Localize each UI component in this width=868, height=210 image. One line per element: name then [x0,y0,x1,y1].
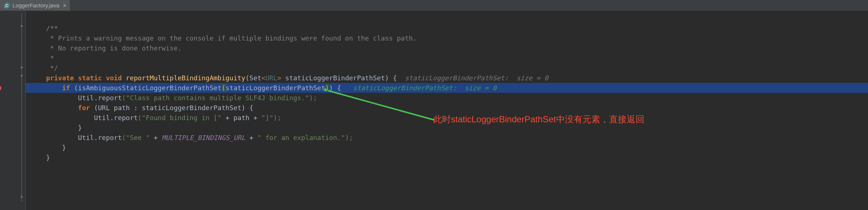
operator: + [245,134,257,141]
java-class-icon: C [4,2,10,9]
operator: + [154,134,162,141]
breakpoint-icon[interactable] [0,83,7,93]
keyword: static [78,74,106,82]
method-call: report [98,94,122,102]
operator: + [225,114,234,122]
code-line: private static void reportMultipleBindin… [26,73,868,83]
identifier: Util. [30,94,98,102]
identifier: staticLoggerBinderPathSet [225,84,325,92]
operator: + [253,114,262,122]
code-line: Util.report("See " + MULTIPLE_BINDINGS_U… [26,133,868,143]
type: URL [98,104,110,112]
punct: ) { [385,74,397,82]
code-line: /** [26,23,868,33]
code-line: Util.report("Class path contains multipl… [26,93,868,103]
constant: MULTIPLE_BINDINGS_URL [162,134,246,141]
string-literal: " for an explanation."); [257,134,353,141]
punct: } [30,124,82,132]
string-literal: ("Found binding in [" [138,114,225,122]
editor: @ /** * Prints a warning message on the … [0,11,868,210]
code-line: */ [26,63,868,73]
code-line: * [26,53,868,63]
punct: ) { [329,84,341,92]
punct: < [262,74,266,82]
method-call: report [98,134,122,141]
keyword: for [30,104,94,112]
punct: ) [325,84,329,92]
fold-toggle-icon[interactable] [19,24,24,29]
identifier: Util. [30,134,98,141]
comment-text: /** [30,24,58,32]
inlay-hint: staticLoggerBinderPathSet: size = 0 [341,84,497,92]
fold-toggle-icon[interactable] [19,64,24,69]
punct: } [30,144,66,151]
keyword: void [106,74,126,82]
punct: > [277,74,281,82]
string-literal: ("Class path contains multiple SLF4J bin… [122,94,317,102]
annotation-text: 此时staticLoggerBinderPathSet中没有元素，直接返回 [433,113,644,125]
method-call: isAmbiguousStaticLoggerBinderPathSet [78,84,221,92]
parameter: staticLoggerBinderPathSet [281,74,385,82]
code-line: } [26,143,868,153]
tab-bar: C LoggerFactory.java × [0,0,868,11]
punct: ( [94,104,98,112]
punct: } [30,154,50,161]
code-line: * Prints a warning message on the consol… [26,33,868,43]
fold-guide [21,13,22,201]
code-line: } [26,153,868,162]
identifier: Util. [30,114,114,122]
keyword: private [30,74,78,82]
type: URL [265,74,277,82]
close-icon[interactable]: × [63,2,66,9]
tab-filename: LoggerFactory.java [13,2,59,8]
comment-text: * No reporting is done otherwise. [30,44,182,52]
punct: ( [245,74,249,82]
comment-text: */ [30,64,58,72]
code-area[interactable]: /** * Prints a warning message on the co… [26,11,868,210]
punct: ( [74,84,78,92]
code-line [26,13,868,23]
inlay-hint: staticLoggerBinderPathSet: size = 0 [397,74,548,82]
current-line: if (isAmbiguousStaticLoggerBinderPathSet… [26,83,868,93]
method-name: reportMultipleBindingAmbiguity [126,74,245,82]
string-literal: "]"); [262,114,281,122]
fold-toggle-icon[interactable] [19,74,24,79]
identifier: path [234,114,253,122]
comment-text: * [30,54,54,62]
code-line: * No reporting is done otherwise. [26,43,868,53]
type: Set [249,74,262,82]
fold-toggle-icon[interactable] [19,193,24,199]
punct: ( [221,84,225,92]
gutter: @ [0,11,26,210]
identifier: path : staticLoggerBinderPathSet) { [110,104,253,112]
string-literal: ("See " [122,134,154,141]
file-tab[interactable]: C LoggerFactory.java × [0,0,70,11]
comment-text: * Prints a warning message on the consol… [30,34,417,42]
code-line: for (URL path : staticLoggerBinderPathSe… [26,103,868,113]
method-call: report [114,114,138,122]
keyword: if [30,84,74,92]
svg-rect-4 [5,6,6,7]
